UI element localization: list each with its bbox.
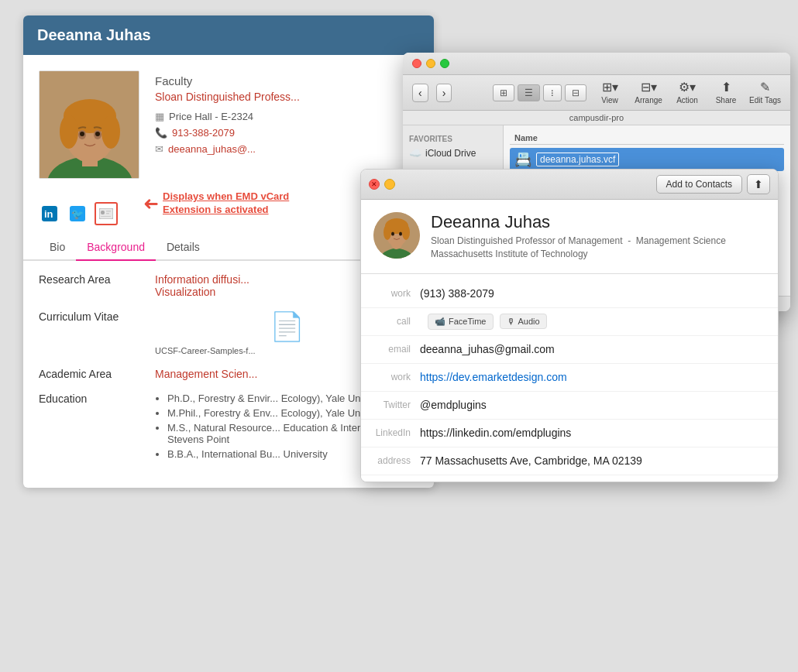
svg-point-10 [95, 132, 100, 136]
vcf-file-icon: 📇 [514, 151, 531, 168]
annotation-area: ➜ Displays when EMD vCard Extension is a… [143, 190, 302, 217]
tab-background[interactable]: Background [76, 235, 156, 261]
vcard-close-button[interactable]: ✕ [369, 179, 380, 190]
profile-photo [39, 70, 139, 179]
svg-text:in: in [44, 208, 53, 220]
profile-title: Sloan Distinguished Profess... [155, 91, 418, 103]
work-url-value: https://dev.emarketdesign.com [420, 371, 765, 383]
vcf-file-name: deeanna.juhas.vcf [536, 153, 619, 166]
icloud-icon: ☁️ [409, 147, 421, 159]
call-label: call [373, 316, 420, 327]
building-icon: ▦ [155, 111, 164, 122]
view-buttons: ⊞ ☰ ⫶ ⊟ [493, 84, 586, 101]
vcard-twitter-row: Twitter @emdplugins [361, 392, 778, 420]
back-button[interactable]: ‹ [412, 84, 428, 102]
vcard-minimize-button[interactable] [384, 179, 395, 190]
phone-icon: 📞 [155, 127, 167, 139]
work-url-label: work [373, 372, 420, 382]
arrange-toolbar-btn[interactable]: ⊟▾ Arrange [633, 80, 664, 105]
linkedin-icon[interactable]: in [39, 203, 60, 225]
svg-point-9 [80, 132, 84, 136]
vcard-email-row: email deeanna_juhas@gmail.com [361, 336, 778, 364]
icon-view-button[interactable]: ⊞ [493, 84, 514, 101]
linkedin-label: LinkedIn [373, 427, 420, 438]
academic-label: Academic Area [39, 368, 139, 380]
profile-info: Faculty Sloan Distinguished Profess... ▦… [155, 70, 418, 159]
work-phone-label: work [373, 288, 420, 299]
column-view-button[interactable]: ⫶ [543, 84, 562, 101]
vcard-headerbar: ✕ Add to Contacts ⬆ [361, 170, 778, 200]
twitter-value: @emdplugins [420, 399, 765, 411]
list-view-button[interactable]: ☰ [518, 84, 540, 101]
vcard-address-row: address 77 Massachusetts Ave, Cambridge,… [361, 447, 778, 475]
vcard-avatar [373, 212, 420, 259]
profile-role: Faculty [155, 74, 418, 87]
profile-office: ▦ Price Hall - E-2324 [155, 111, 418, 122]
arrange-icon: ⊟▾ [633, 80, 664, 94]
minimize-button[interactable] [426, 59, 435, 68]
action-toolbar-btn[interactable]: ⚙▾ Action [672, 80, 703, 105]
close-button[interactable] [412, 59, 421, 68]
cv-label: Curriculum Vitae [39, 310, 139, 355]
svg-text:🐦: 🐦 [71, 207, 84, 221]
work-url-link[interactable]: https://dev.emarketdesign.com [420, 371, 567, 383]
address-value: 77 Massachusetts Ave, Cambridge, MA 0213… [420, 454, 765, 467]
research-label: Research Area [39, 273, 139, 298]
svg-point-5 [60, 115, 78, 149]
svg-point-27 [391, 232, 394, 236]
annotation-text: Displays when EMD vCard Extension is act… [163, 190, 302, 217]
icloud-drive-item[interactable]: ☁️ iCloud Drive [403, 145, 503, 161]
svg-point-25 [384, 225, 391, 240]
vcard-work-url-row: work https://dev.emarketdesign.com [361, 364, 778, 392]
vcard-icon[interactable] [95, 202, 118, 225]
add-to-contacts-button[interactable]: Add to Contacts [656, 175, 742, 194]
svg-rect-17 [106, 211, 111, 212]
video-icon: 📹 [435, 317, 445, 327]
vcard-identity: Deeanna Juhas Sloan Distinguished Profes… [431, 212, 726, 261]
campus-header: Deeanna Juhas [23, 15, 434, 55]
twitter-icon[interactable]: 🐦 [67, 203, 88, 225]
call-actions: 📹 FaceTime 🎙 Audio [428, 314, 547, 330]
column-header: Name [510, 132, 784, 145]
vcard-subtitle: Sloan Distinguished Professor of Managem… [431, 235, 726, 261]
facetime-button[interactable]: 📹 FaceTime [428, 314, 494, 330]
forward-button[interactable]: › [436, 84, 452, 102]
profile-email: ✉ deeanna_juhas@... [155, 143, 418, 155]
tab-details[interactable]: Details [156, 235, 211, 261]
svg-point-6 [101, 115, 120, 149]
name-column-header: Name [514, 133, 538, 142]
address-label: address [373, 455, 420, 466]
campus-title: Deeanna Juhas [37, 26, 151, 43]
svg-rect-18 [106, 213, 109, 214]
view-toolbar-btn[interactable]: ⊞▾ View [594, 80, 625, 105]
arrow-icon: ➜ [143, 193, 159, 214]
email-label: email [373, 344, 420, 355]
maximize-button[interactable] [440, 59, 449, 68]
favorites-label: Favorites [403, 132, 503, 145]
audio-icon: 🎙 [507, 317, 515, 326]
education-label: Education [39, 393, 139, 463]
finder-path-bar: campusdir-pro [403, 111, 790, 125]
audio-button[interactable]: 🎙 Audio [500, 314, 547, 329]
share-icon: ⬆ [710, 80, 741, 94]
vcf-file-row[interactable]: 📇 deeanna.juhas.vcf [510, 148, 784, 171]
tags-icon: ✎ [749, 80, 781, 94]
edittags-toolbar-btn[interactable]: ✎ Edit Tags [749, 80, 781, 105]
share-toolbar-btn[interactable]: ⬆ Share [710, 80, 741, 105]
vcard-share-button[interactable]: ⬆ [747, 174, 770, 194]
gallery-view-button[interactable]: ⊟ [565, 84, 586, 101]
vcard-work-phone-row: work (913) 388-2079 [361, 280, 778, 308]
vcard-profile: Deeanna Juhas Sloan Distinguished Profes… [361, 200, 778, 274]
vcard-name: Deeanna Juhas [431, 212, 726, 232]
work-phone-value: (913) 388-2079 [420, 287, 765, 300]
svg-point-28 [399, 232, 402, 236]
svg-rect-19 [101, 216, 111, 217]
profile-phone: 📞 913-388-2079 [155, 127, 418, 139]
vcard-linkedin-row: LinkedIn https://linkedin.com/emdplugins [361, 420, 778, 447]
vcard-call-row: call 📹 FaceTime 🎙 Audio [361, 308, 778, 336]
email-value: deeanna_juhas@gmail.com [420, 343, 765, 355]
vcard-fields: work (913) 388-2079 call 📹 FaceTime 🎙 Au… [361, 274, 778, 482]
tab-bio[interactable]: Bio [39, 235, 76, 261]
email-icon: ✉ [155, 143, 163, 155]
svg-point-26 [402, 225, 410, 240]
